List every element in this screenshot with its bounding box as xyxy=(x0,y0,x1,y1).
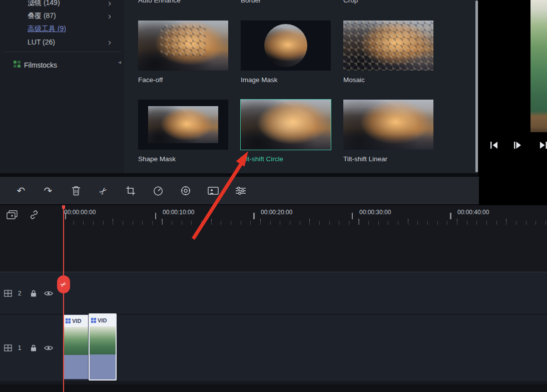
scissors-icon: ✂ xyxy=(95,182,112,200)
split-button[interactable]: ✂ xyxy=(95,182,113,200)
effect-thumbnail xyxy=(343,21,433,71)
playback-controls xyxy=(478,137,547,153)
effect-label: Image Mask xyxy=(241,76,331,84)
playhead-cut-badge[interactable]: ✂ xyxy=(57,275,70,293)
preview-video-frame xyxy=(530,0,547,132)
track-2-header: 2 xyxy=(0,273,64,314)
lock-track-icon[interactable] xyxy=(30,289,37,297)
sidebar-item-label: LUT (26) xyxy=(28,38,55,46)
video-clip-icon xyxy=(91,316,96,325)
effect-item-shape-mask[interactable]: Shape Mask xyxy=(138,100,228,163)
track-2[interactable]: 2 xyxy=(0,273,547,314)
track-separator xyxy=(0,272,547,272)
timeline-clip-2-selected[interactable]: VID xyxy=(89,313,117,380)
scrollbar-thumb[interactable] xyxy=(475,1,478,172)
clip-label: VID xyxy=(98,317,107,323)
track-options-icon[interactable] xyxy=(4,290,12,297)
link-clips-button[interactable] xyxy=(28,210,40,221)
ruler-minor-ticks xyxy=(64,221,547,225)
effect-thumbnail xyxy=(138,21,228,71)
chevron-right-icon[interactable]: › xyxy=(108,36,111,48)
timeline-toolbar: ↶ ↷ ✂ xyxy=(0,176,479,205)
rect-mask-preview xyxy=(148,106,218,143)
clip-header: VID xyxy=(64,315,88,327)
speed-button[interactable] xyxy=(149,182,167,200)
effect-thumbnail-selected xyxy=(241,100,331,150)
video-clip-icon xyxy=(66,316,71,325)
lock-track-icon[interactable] xyxy=(30,344,37,352)
delete-button[interactable] xyxy=(67,182,85,200)
manage-tracks-button[interactable] xyxy=(6,210,18,221)
effect-item-tilt-shift-linear[interactable]: Tilt-shift Linear xyxy=(343,100,433,163)
previous-frame-button[interactable] xyxy=(487,138,501,152)
play-button[interactable] xyxy=(510,138,524,152)
clip-label: VID xyxy=(72,318,81,324)
filmstocks-label: Filmstocks xyxy=(24,61,57,69)
track-options-icon[interactable] xyxy=(4,344,12,351)
sidebar-item-filters[interactable]: 滤镜 (149) › xyxy=(0,0,124,10)
effects-scrollbar[interactable] xyxy=(475,0,478,173)
sidebar-item-label: 叠覆 (87) xyxy=(28,12,56,21)
timeline-clip-1[interactable]: VID xyxy=(64,314,89,379)
color-correction-button[interactable] xyxy=(177,182,195,200)
effect-thumbnail xyxy=(241,21,331,71)
redo-button[interactable]: ↷ xyxy=(39,182,57,200)
filmstocks-link[interactable]: Filmstocks xyxy=(0,61,124,69)
chevron-right-icon[interactable]: › xyxy=(108,10,111,22)
undo-button[interactable]: ↶ xyxy=(12,182,30,200)
track-1-header: 1 xyxy=(0,315,64,381)
playhead[interactable] xyxy=(63,205,64,392)
timeline-tracks-area[interactable]: 2 1 VID xyxy=(0,225,547,392)
clip-body xyxy=(64,355,88,379)
track-number: 2 xyxy=(16,290,23,297)
effect-label-auto-enhance[interactable]: Auto Enhance xyxy=(138,0,181,4)
crop-button[interactable] xyxy=(122,182,140,200)
sidebar-item-advanced-tools[interactable]: 高级工具 (9) xyxy=(0,23,124,36)
effect-label: Face-off xyxy=(138,76,228,84)
effects-grid-panel: Auto Enhance Border Crop Face-off Image … xyxy=(124,0,475,173)
adjust-button[interactable] xyxy=(232,182,250,200)
clip-body xyxy=(90,354,116,379)
sidebar-item-label: 滤镜 (149) xyxy=(28,0,60,8)
chevron-right-icon[interactable]: › xyxy=(108,0,111,9)
clip-header: VID xyxy=(90,314,116,326)
effect-item-image-mask[interactable]: Image Mask xyxy=(241,21,331,84)
effect-item-mosaic[interactable]: Mosaic xyxy=(343,21,433,84)
sidebar-collapse-handle[interactable]: ◂ xyxy=(118,59,121,66)
effect-item-tilt-shift-circle[interactable]: Tilt-shift Circle xyxy=(241,100,331,163)
effect-thumbnail xyxy=(343,100,433,150)
circle-mask-preview xyxy=(264,24,307,67)
filmstocks-logo-icon xyxy=(14,61,21,69)
sidebar-item-label: 高级工具 (9) xyxy=(28,25,66,34)
effect-label: Tilt-shift Circle xyxy=(241,155,331,163)
effect-label-border[interactable]: Border xyxy=(241,0,261,4)
preview-panel xyxy=(478,0,547,205)
toggle-track-visibility-icon[interactable] xyxy=(44,290,53,296)
scissors-icon: ✂ xyxy=(59,279,68,289)
track-number: 1 xyxy=(16,344,23,351)
effect-label: Mosaic xyxy=(343,76,433,84)
green-screen-button[interactable] xyxy=(204,182,222,200)
sidebar-item-lut[interactable]: LUT (26) › xyxy=(0,36,124,49)
timeline-ruler[interactable]: 00:00:00:00 00:00:10:00 00:00:20:00 00:0… xyxy=(0,205,547,225)
clip-thumbnail xyxy=(64,327,88,355)
clip-thumbnail xyxy=(90,326,116,354)
effect-item-face-off[interactable]: Face-off xyxy=(138,21,228,84)
effect-label: Tilt-shift Linear xyxy=(343,155,433,163)
effect-thumbnail xyxy=(138,100,228,150)
next-frame-button[interactable] xyxy=(536,138,547,152)
sidebar-item-overlays[interactable]: 叠覆 (87) › xyxy=(0,10,124,23)
toggle-track-visibility-icon[interactable] xyxy=(44,345,53,351)
effect-label-crop[interactable]: Crop xyxy=(343,0,358,4)
timeline-scrollbar-area[interactable] xyxy=(0,384,547,392)
sidebar-divider xyxy=(3,52,121,52)
effect-label: Shape Mask xyxy=(138,155,228,163)
category-sidebar: 滤镜 (149) › 叠覆 (87) › 高级工具 (9) LUT (26) ›… xyxy=(0,0,124,173)
